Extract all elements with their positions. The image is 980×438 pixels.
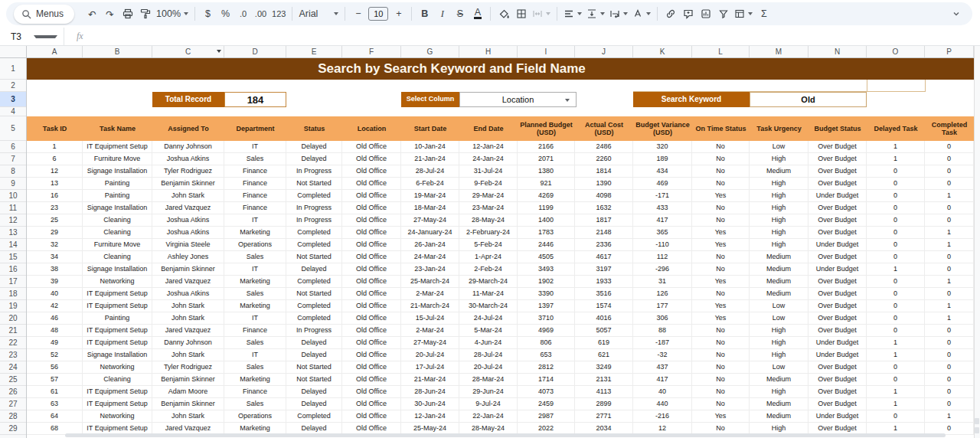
table-cell[interactable]: Cleaning <box>83 214 152 227</box>
table-cell[interactable]: 0 <box>867 190 925 202</box>
table-cell[interactable]: Marketing <box>224 276 286 288</box>
table-cell[interactable]: 0 <box>925 153 974 165</box>
table-cell[interactable]: 1 <box>867 337 925 349</box>
table-cell[interactable]: Not Started <box>286 178 342 190</box>
table-cell[interactable]: Old Office <box>342 325 401 337</box>
table-header-col-12[interactable]: On Time Status <box>692 116 750 141</box>
row-header-2[interactable]: 2 <box>0 80 26 92</box>
table-cell[interactable]: 21-Mar-24 <box>401 374 459 386</box>
table-cell[interactable]: Not Started <box>286 288 342 300</box>
column-header-H[interactable]: H <box>459 46 518 57</box>
table-cell[interactable]: Under Budget <box>808 337 867 349</box>
table-cell[interactable]: 0 <box>925 325 974 337</box>
column-header-O[interactable]: O <box>867 46 925 57</box>
table-cell[interactable]: No <box>692 141 750 153</box>
table-header-col-7[interactable]: Start Date <box>401 116 459 141</box>
table-cell[interactable]: Old Office <box>342 165 401 178</box>
table-cell[interactable]: Jared Vazquez <box>152 325 224 337</box>
table-cell[interactable]: 28-Jul-24 <box>459 349 518 361</box>
table-cell[interactable]: Yes <box>692 312 750 325</box>
table-cell[interactable]: 0 <box>925 374 974 386</box>
table-cell[interactable]: Medium <box>750 165 808 178</box>
table-cell[interactable]: 3516 <box>575 288 633 300</box>
table-cell[interactable]: 88 <box>633 325 692 337</box>
table-cell[interactable]: Old Office <box>342 178 401 190</box>
table-cell[interactable]: Old Office <box>342 300 401 312</box>
table-cell[interactable]: Old Office <box>342 141 401 153</box>
currency-format-button[interactable]: $ <box>201 5 214 23</box>
table-cell[interactable]: 306 <box>633 312 692 325</box>
table-cell[interactable]: 126 <box>633 288 692 300</box>
table-cell[interactable]: 57 <box>27 374 83 386</box>
table-cell[interactable]: Medium <box>750 398 808 410</box>
table-cell[interactable]: No <box>692 178 750 190</box>
table-cell[interactable]: 2-Mar-24 <box>401 325 459 337</box>
table-header-col-1[interactable]: Task ID <box>27 116 83 141</box>
table-cell[interactable]: 12-Jan-24 <box>459 141 518 153</box>
table-cell[interactable]: 64 <box>27 410 83 423</box>
table-cell[interactable]: 4505 <box>518 251 575 263</box>
row-header-3[interactable]: 3 <box>0 92 26 107</box>
table-cell[interactable]: 63 <box>27 398 83 410</box>
table-cell[interactable]: 1 <box>925 410 974 423</box>
table-cell[interactable]: 27-May-24 <box>401 337 459 349</box>
vertical-align-button[interactable] <box>586 5 605 23</box>
table-cell[interactable]: 0 <box>867 325 925 337</box>
table-cell[interactable]: Over Budget <box>808 386 867 398</box>
table-cell[interactable]: 2148 <box>575 227 633 239</box>
table-cell[interactable]: 434 <box>633 165 692 178</box>
table-cell[interactable]: Signage Installation <box>83 165 152 178</box>
table-cell[interactable]: Delayed <box>286 398 342 410</box>
table-header-col-2[interactable]: Task Name <box>83 116 152 141</box>
table-cell[interactable]: Marketing <box>224 300 286 312</box>
table-cell[interactable]: Old Office <box>342 251 401 263</box>
table-cell[interactable]: Low <box>750 361 808 374</box>
table-cell[interactable]: Signage Installation <box>83 263 152 276</box>
table-cell[interactable]: Medium <box>750 263 808 276</box>
table-cell[interactable]: 6-Feb-24 <box>401 178 459 190</box>
table-cell[interactable]: No <box>692 349 750 361</box>
table-cell[interactable]: Jared Vazquez <box>152 276 224 288</box>
table-cell[interactable]: Over Budget <box>808 202 867 214</box>
table-cell[interactable]: High <box>750 239 808 251</box>
vertical-scrollbar[interactable] <box>974 46 980 438</box>
table-cell[interactable]: 2336 <box>575 239 633 251</box>
table-cell[interactable]: Finance <box>224 190 286 202</box>
table-cell[interactable]: 1902 <box>518 276 575 288</box>
decrease-font-size-button[interactable]: − <box>351 5 364 23</box>
table-cell[interactable]: Old Office <box>342 190 401 202</box>
table-cell[interactable]: 1 <box>867 398 925 410</box>
table-cell[interactable]: Over Budget <box>808 300 867 312</box>
column-header-C[interactable]: C <box>152 46 224 57</box>
table-cell[interactable]: 1 <box>925 312 974 325</box>
table-cell[interactable]: John Stark <box>152 410 224 423</box>
table-cell[interactable]: High <box>750 202 808 214</box>
row-header-23[interactable]: 23 <box>0 349 26 361</box>
table-cell[interactable]: 1783 <box>518 227 575 239</box>
column-header-P[interactable]: P <box>925 46 974 57</box>
table-cell[interactable]: 2486 <box>575 141 633 153</box>
table-cell[interactable]: 0 <box>925 263 974 276</box>
table-cell[interactable]: 2260 <box>575 153 633 165</box>
table-cell[interactable]: 1 <box>925 190 974 202</box>
insert-chart-button[interactable] <box>699 5 712 23</box>
table-cell[interactable]: Completed <box>286 239 342 251</box>
table-cell[interactable]: 440 <box>633 398 692 410</box>
table-cell[interactable]: High <box>750 178 808 190</box>
table-cell[interactable]: Not Started <box>286 361 342 374</box>
search-keyword-value-cell[interactable]: Old <box>750 92 867 107</box>
table-cell[interactable]: Old Office <box>342 276 401 288</box>
table-cell[interactable]: 1817 <box>575 214 633 227</box>
table-cell[interactable]: Over Budget <box>808 165 867 178</box>
row-header-10[interactable]: 10 <box>0 190 26 202</box>
table-cell[interactable]: 112 <box>633 251 692 263</box>
table-cell[interactable]: Over Budget <box>808 227 867 239</box>
table-cell[interactable]: Not Started <box>286 251 342 263</box>
percent-format-button[interactable]: % <box>219 5 232 23</box>
table-cell[interactable]: John Stark <box>152 300 224 312</box>
table-cell[interactable]: Joshua Atkins <box>152 153 224 165</box>
table-cell[interactable]: 29-Jun-24 <box>459 386 518 398</box>
table-cell[interactable]: 52 <box>27 349 83 361</box>
table-cell[interactable]: IT <box>224 349 286 361</box>
table-cell[interactable]: 25-March-24 <box>401 276 459 288</box>
